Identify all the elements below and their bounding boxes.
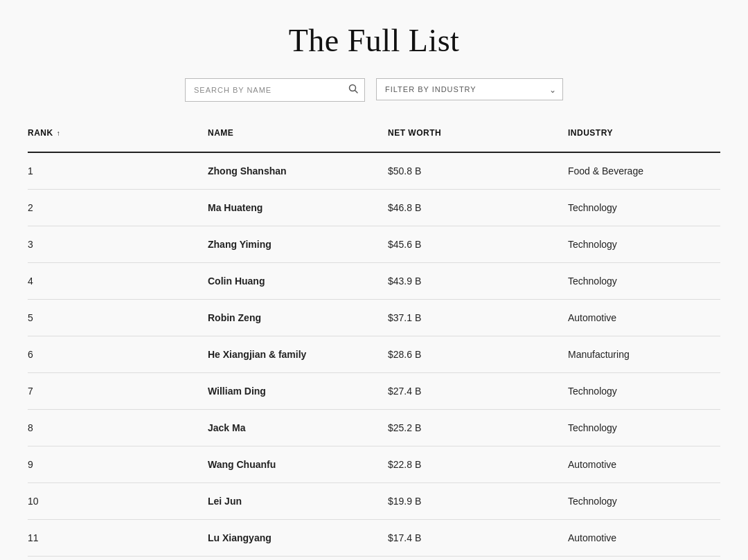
filter-wrapper: FILTER BY INDUSTRY All Industries Techno…	[376, 78, 563, 102]
cell-rank: 7	[28, 373, 208, 409]
cell-net-worth: $45.6 B	[388, 226, 568, 262]
cell-name[interactable]: Huang Shilin	[208, 557, 388, 560]
sort-arrow-icon: ↑	[57, 129, 61, 137]
cell-name[interactable]: He Xiangjian & family	[208, 336, 388, 372]
cell-name[interactable]: William Ding	[208, 373, 388, 409]
table-row[interactable]: 8Jack Ma$25.2 BTechnology	[28, 410, 720, 446]
cell-net-worth: $17 B	[388, 557, 568, 560]
cell-industry: Automotive	[568, 300, 720, 336]
cell-name[interactable]: Jack Ma	[208, 410, 388, 446]
cell-net-worth: $19.9 B	[388, 483, 568, 519]
cell-rank: 5	[28, 300, 208, 336]
cell-net-worth: $37.1 B	[388, 300, 568, 336]
table-row[interactable]: 10Lei Jun$19.9 BTechnology	[28, 483, 720, 520]
cell-industry: Technology	[568, 226, 720, 262]
cell-net-worth: $27.4 B	[388, 373, 568, 409]
column-header-net-worth[interactable]: NET WORTH	[388, 121, 568, 145]
industry-filter-select[interactable]: FILTER BY INDUSTRY All Industries Techno…	[376, 78, 563, 100]
table-row[interactable]: 7William Ding$27.4 BTechnology	[28, 373, 720, 410]
cell-name[interactable]: Robin Zeng	[208, 300, 388, 336]
rank-label: RANK	[28, 128, 53, 138]
cell-name[interactable]: Zhong Shanshan	[208, 153, 388, 189]
cell-industry: Technology	[568, 410, 720, 446]
cell-industry: Technology	[568, 263, 720, 299]
table-row[interactable]: 3Zhang Yiming$45.6 BTechnology	[28, 226, 720, 263]
page-title: The Full List	[28, 22, 720, 59]
table-header: RANK ↑ NAME NET WORTH INDUSTRY	[28, 121, 720, 153]
cell-rank: 8	[28, 410, 208, 446]
cell-name[interactable]: Colin Huang	[208, 263, 388, 299]
table-row[interactable]: 11Lu Xiangyang$17.4 BAutomotive	[28, 520, 720, 557]
search-input[interactable]	[185, 78, 365, 102]
data-table: RANK ↑ NAME NET WORTH INDUSTRY 1Zhong Sh…	[28, 121, 720, 560]
cell-net-worth: $50.8 B	[388, 153, 568, 189]
cell-industry: Automotive	[568, 557, 720, 560]
cell-net-worth: $46.8 B	[388, 190, 568, 226]
table-row[interactable]: 6He Xiangjian & family$28.6 BManufacturi…	[28, 336, 720, 373]
cell-name[interactable]: Lu Xiangyang	[208, 520, 388, 556]
table-row[interactable]: 12Huang Shilin$17 BAutomotive	[28, 557, 720, 560]
controls-row: FILTER BY INDUSTRY All Industries Techno…	[28, 78, 720, 102]
table-row[interactable]: 9Wang Chuanfu$22.8 BAutomotive	[28, 446, 720, 483]
cell-rank: 3	[28, 226, 208, 262]
cell-net-worth: $17.4 B	[388, 520, 568, 556]
cell-rank: 6	[28, 336, 208, 372]
page-container: The Full List FILTER BY INDUSTRY All Ind…	[0, 0, 748, 560]
cell-industry: Automotive	[568, 520, 720, 556]
table-row[interactable]: 2Ma Huateng$46.8 BTechnology	[28, 190, 720, 226]
table-row[interactable]: 5Robin Zeng$37.1 BAutomotive	[28, 300, 720, 336]
cell-industry: Technology	[568, 373, 720, 409]
column-header-rank[interactable]: RANK ↑	[28, 121, 208, 145]
cell-rank: 10	[28, 483, 208, 519]
cell-industry: Food & Beverage	[568, 153, 720, 189]
cell-name[interactable]: Lei Jun	[208, 483, 388, 519]
column-header-name[interactable]: NAME	[208, 121, 388, 145]
column-header-industry[interactable]: INDUSTRY	[568, 121, 720, 145]
cell-rank: 2	[28, 190, 208, 226]
cell-industry: Technology	[568, 483, 720, 519]
cell-name[interactable]: Zhang Yiming	[208, 226, 388, 262]
table-body: 1Zhong Shanshan$50.8 BFood & Beverage2Ma…	[28, 153, 720, 560]
cell-industry: Automotive	[568, 446, 720, 482]
search-wrapper	[185, 78, 365, 102]
cell-net-worth: $28.6 B	[388, 336, 568, 372]
cell-rank: 4	[28, 263, 208, 299]
cell-net-worth: $22.8 B	[388, 446, 568, 482]
page-title-section: The Full List	[28, 0, 720, 78]
cell-rank: 9	[28, 446, 208, 482]
table-row[interactable]: 4Colin Huang$43.9 BTechnology	[28, 263, 720, 300]
cell-name[interactable]: Wang Chuanfu	[208, 446, 388, 482]
cell-industry: Technology	[568, 190, 720, 226]
cell-net-worth: $25.2 B	[388, 410, 568, 446]
cell-rank: 12	[28, 557, 208, 560]
table-row[interactable]: 1Zhong Shanshan$50.8 BFood & Beverage	[28, 153, 720, 190]
cell-name[interactable]: Ma Huateng	[208, 190, 388, 226]
cell-net-worth: $43.9 B	[388, 263, 568, 299]
cell-rank: 11	[28, 520, 208, 556]
cell-rank: 1	[28, 153, 208, 189]
cell-industry: Manufacturing	[568, 336, 720, 372]
